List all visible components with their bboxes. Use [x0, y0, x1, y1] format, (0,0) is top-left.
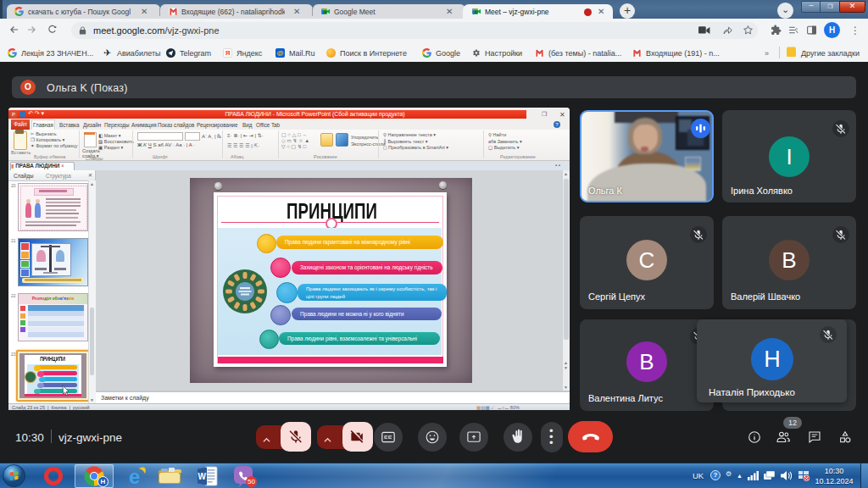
svg-text:e: e: [129, 465, 140, 487]
svg-text:W: W: [198, 472, 207, 481]
